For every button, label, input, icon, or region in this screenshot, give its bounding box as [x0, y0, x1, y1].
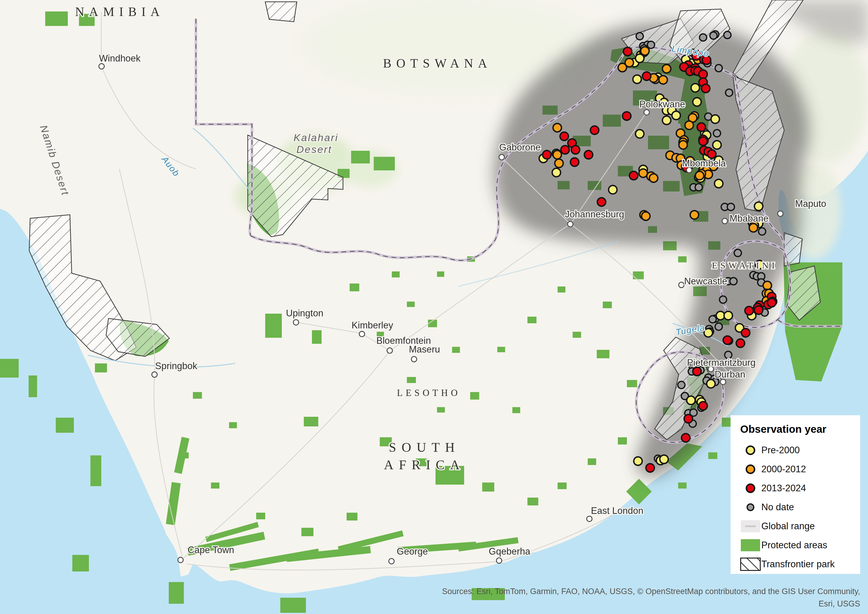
city-marker-bloemfontein — [387, 348, 392, 353]
country-label-africa: AFRICA — [384, 457, 465, 472]
city-marker-johannesburg — [567, 221, 573, 227]
obs-dot-no_date — [713, 130, 721, 137]
country-label-botswana: BOTSWANA — [383, 56, 492, 70]
obs-dot-y2000_2012 — [763, 281, 772, 290]
legend-item-transfrontier-park: Transfrontier park — [739, 558, 852, 570]
obs-dot-no_date — [647, 41, 655, 48]
obs-dot-no_date — [719, 296, 727, 303]
obs-dot-y2000_2012 — [641, 47, 649, 55]
obs-dot-y2013_2024 — [629, 171, 638, 180]
obs-dot-y2013_2024 — [622, 112, 631, 120]
city-label-windhoek: Windhoek — [99, 53, 141, 64]
obs-dot-no_date — [695, 183, 702, 191]
city-label-polokwane: Polokwane — [640, 99, 685, 109]
city-label-johannesburg: Johannesburg — [565, 209, 625, 219]
obs-dot-y2013_2024 — [684, 415, 693, 423]
legend-item-pre2000: Pre-2000 — [739, 444, 852, 456]
legend-item-global-range: Global range — [739, 520, 852, 532]
obs-dot-y2013_2024 — [643, 72, 651, 80]
obs-dot-y2000_2012 — [695, 171, 704, 180]
obs-dot-y2000_2012 — [553, 123, 561, 132]
obs-dot-y2013_2024 — [646, 463, 654, 472]
obs-dot-pre2000 — [633, 75, 641, 84]
legend-item-2013-2024: 2013-2024 — [739, 482, 852, 494]
obs-dot-pre2000 — [636, 130, 644, 138]
obs-dot-y2000_2012 — [690, 211, 699, 219]
obs-dot-no_date — [715, 323, 722, 330]
city-marker-durban — [720, 379, 726, 384]
city-label-newcastle: Newcastle — [684, 276, 727, 286]
place-label-kalahari-1: Kalahari — [293, 132, 338, 143]
pre2000-dot-icon — [746, 445, 755, 455]
obs-dot-y2013_2024 — [699, 70, 707, 78]
obs-dot-y2013_2024 — [736, 339, 745, 347]
city-label-springbok: Springbok — [155, 361, 197, 371]
city-label-pietermaritzburg: Pietermaritzburg — [687, 358, 756, 368]
country-label-namibia: NAMIBIA — [75, 5, 164, 19]
city-label-bloemfontein: Bloemfontein — [377, 335, 431, 346]
obs-dot-no_date — [636, 33, 643, 40]
city-label-gqeberha: Gqeberha — [489, 546, 531, 557]
city-label-maputo: Maputo — [795, 199, 826, 209]
obs-dot-pre2000 — [662, 116, 671, 124]
country-label-eswatini: ESWATINI — [712, 260, 778, 270]
city-marker-george — [389, 558, 394, 564]
obs-dot-pre2000 — [636, 54, 644, 62]
city-label-east-london: East London — [591, 505, 643, 516]
city-label-mbabane: Mbabane — [730, 213, 769, 224]
obs-dot-y2013_2024 — [741, 329, 750, 337]
obs-dot-no_date — [715, 65, 722, 72]
obs-dot-y2000_2012 — [625, 59, 634, 67]
city-label-kimberley: Kimberley — [352, 320, 393, 331]
map-export: WindhoekGaboronePolokwaneJohannesburgMbo… — [0, 0, 868, 614]
obs-dot-pre2000 — [715, 179, 723, 188]
obs-dot-pre2000 — [687, 396, 695, 404]
obs-dot-pre2000 — [754, 202, 763, 210]
obs-dot-pre2000 — [724, 311, 732, 320]
obs-dot-pre2000 — [711, 115, 719, 123]
obs-dot-y2000_2012 — [642, 212, 650, 221]
obs-dot-y2000_2012 — [679, 140, 687, 149]
obs-dot-pre2000 — [609, 185, 617, 194]
obs-dot-pre2000 — [691, 84, 699, 92]
city-marker-windhoek — [99, 64, 104, 69]
obs-dot-y2013_2024 — [708, 150, 716, 159]
city-marker-cape-town — [178, 557, 183, 563]
city-marker-kimberley — [359, 331, 365, 337]
obs-dot-y2013_2024 — [584, 151, 593, 159]
obs-dot-y2013_2024 — [699, 402, 707, 410]
city-marker-springbok — [152, 372, 157, 377]
attribution-line-1: Sources: Esri, TomTom, Garmin, FAO, NOAA… — [442, 585, 860, 598]
obs-dot-y2013_2024 — [561, 146, 569, 154]
country-label-lesotho: LESOTHO — [397, 387, 460, 398]
obs-dot-pre2000 — [660, 455, 668, 463]
obs-dot-y2000_2012 — [553, 151, 561, 159]
city-label-upington: Upington — [286, 308, 323, 319]
obs-dot-y2013_2024 — [682, 434, 690, 442]
obs-dot-y2013_2024 — [597, 198, 606, 206]
obs-dot-pre2000 — [693, 98, 701, 106]
obs-dot-pre2000 — [634, 457, 642, 465]
transfrontier-park-swatch-icon — [740, 558, 761, 571]
obs-dot-y2013_2024 — [542, 151, 551, 159]
obs-dot-y2013_2024 — [591, 126, 599, 135]
city-marker-gaborone — [499, 154, 505, 160]
city-label-durban: Durban — [715, 369, 746, 380]
obs-dot-no_date — [709, 316, 716, 323]
obs-dot-y2000_2012 — [685, 121, 693, 129]
obs-dot-y2013_2024 — [745, 306, 753, 315]
legend: Observation year Pre-2000 2000-2012 2013… — [730, 415, 860, 574]
city-label-cape-town: Cape Town — [188, 545, 234, 555]
obs-dot-y2013_2024 — [699, 137, 707, 145]
obs-dot-pre2000 — [707, 380, 715, 388]
city-marker-newcastle — [679, 282, 684, 288]
2000-2012-dot-icon — [746, 465, 755, 474]
city-marker-maputo — [778, 211, 783, 216]
city-marker-mbabane — [722, 218, 727, 224]
obs-dot-y2013_2024 — [701, 84, 710, 93]
protected-areas-swatch-icon — [741, 539, 760, 551]
obs-dot-y2000_2012 — [749, 224, 758, 232]
legend-item-protected-areas: Protected areas — [739, 539, 852, 551]
obs-dot-y2013_2024 — [767, 298, 776, 307]
attribution-line-2: Esri, USGS — [442, 598, 860, 610]
